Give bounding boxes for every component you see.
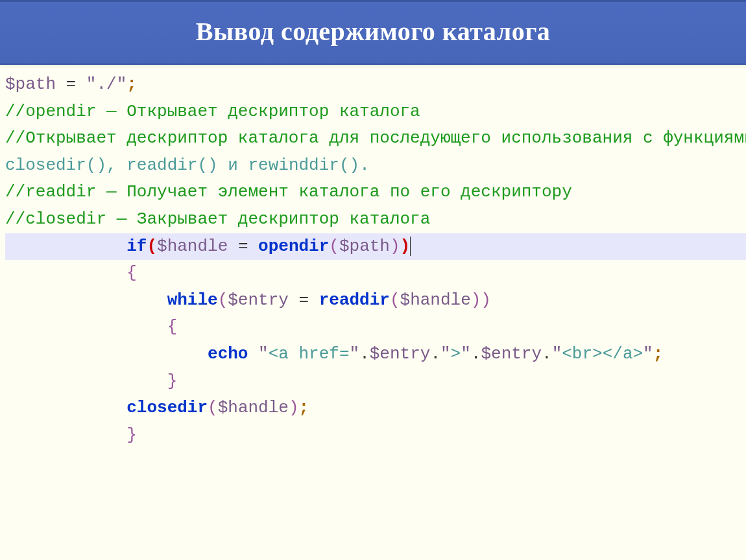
- code-block: $path = "./"; //opendir — Открывает деск…: [0, 65, 746, 449]
- code-line-1: $path = "./";: [5, 71, 746, 99]
- slide-title: Вывод содержимого каталога: [6, 16, 740, 47]
- code-line-11: echo "<a href=".$entry.">".$entry."<br><…: [5, 341, 746, 368]
- code-line-2: //opendir — Открывает дескриптор каталог…: [5, 99, 746, 126]
- code-line-6: //closedir — Закрывает дескриптор катало…: [5, 206, 746, 233]
- code-line-4: closedir(), readdir() и rewinddir().: [5, 152, 746, 180]
- code-line-12: }: [5, 368, 746, 395]
- code-line-13: closedir($handle);: [5, 395, 746, 422]
- code-line-8: {: [5, 260, 746, 287]
- code-line-5: //readdir — Получает элемент каталога по…: [5, 179, 746, 206]
- code-line-7-highlighted: if($handle = opendir($path)): [5, 233, 746, 261]
- code-line-14: }: [5, 422, 746, 449]
- code-line-9: while($entry = readdir($handle)): [5, 287, 746, 314]
- slide-header: Вывод содержимого каталога: [0, 0, 746, 65]
- code-line-10: {: [5, 314, 746, 341]
- code-line-3: //Открывает дескриптор каталога для посл…: [5, 125, 746, 152]
